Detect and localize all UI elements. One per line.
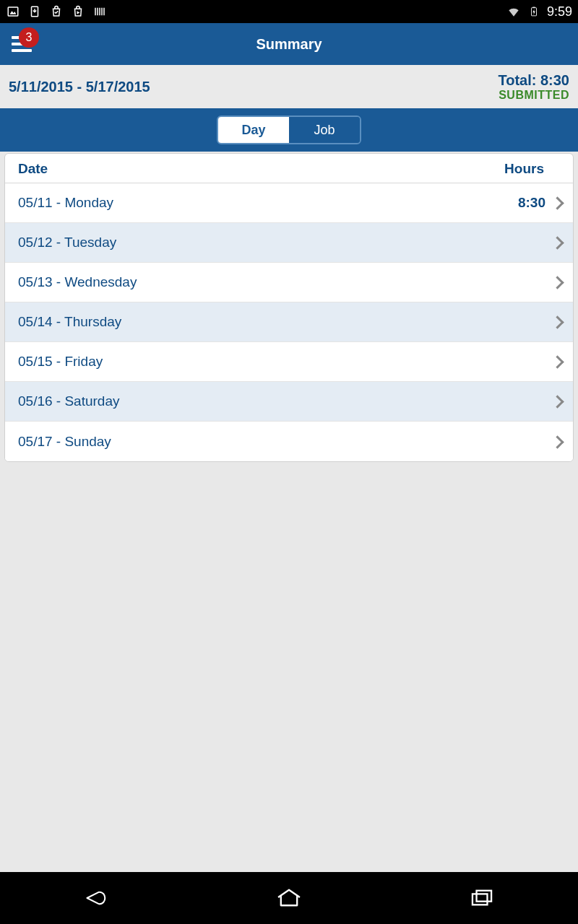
tab-day[interactable]: Day [218, 117, 289, 143]
svg-rect-5 [97, 8, 98, 16]
app-bar: 3 Summary [0, 23, 578, 65]
date-range-label: 5/11/2015 - 5/17/2015 [9, 79, 150, 95]
list-row[interactable]: 05/13 - Wednesday [5, 263, 573, 302]
svg-rect-7 [101, 8, 103, 16]
svg-rect-12 [473, 894, 488, 905]
battery-charging-icon [527, 4, 541, 19]
row-date: 05/17 - Sunday [18, 434, 111, 450]
svg-rect-4 [95, 8, 96, 16]
notification-badge: 3 [19, 27, 39, 48]
shopping-bag-check-icon [49, 4, 64, 19]
android-status-bar: 9:59 [0, 0, 578, 23]
chevron-right-icon [551, 354, 566, 369]
recent-apps-button[interactable] [460, 884, 504, 912]
chevron-right-icon [551, 235, 566, 250]
segmented-control: Day Job [217, 116, 361, 144]
row-date: 05/16 - Saturday [18, 393, 119, 409]
list-row[interactable]: 05/11 - Monday 8:30 [5, 183, 573, 223]
row-date: 05/15 - Friday [18, 354, 103, 370]
submission-status: SUBMITTED [498, 89, 569, 102]
download-icon [27, 4, 42, 19]
svg-rect-13 [476, 891, 491, 902]
svg-marker-3 [77, 11, 80, 14]
row-hours: 8:30 [518, 195, 548, 211]
row-date: 05/13 - Wednesday [18, 274, 137, 290]
back-button[interactable] [74, 884, 118, 912]
chevron-right-icon [551, 196, 566, 210]
list-row[interactable]: 05/16 - Saturday [5, 382, 573, 422]
svg-rect-10 [532, 7, 535, 8]
svg-rect-6 [99, 8, 100, 16]
home-button[interactable] [267, 884, 311, 912]
menu-button[interactable]: 3 [0, 23, 43, 65]
chevron-right-icon [551, 275, 566, 289]
page-title: Summary [256, 36, 322, 53]
android-nav-bar [0, 872, 578, 924]
row-date: 05/11 - Monday [18, 195, 113, 211]
image-icon [6, 4, 20, 19]
list-row[interactable]: 05/17 - Sunday [5, 422, 573, 461]
row-date: 05/12 - Tuesday [18, 235, 116, 250]
wifi-icon [506, 4, 521, 19]
chevron-right-icon [551, 315, 566, 329]
svg-marker-11 [532, 9, 535, 15]
chevron-right-icon [551, 435, 566, 449]
list-row[interactable]: 05/15 - Friday [5, 342, 573, 382]
tab-job[interactable]: Job [289, 117, 360, 143]
view-switcher-bar: Day Job [0, 108, 578, 152]
row-date: 05/14 - Thursday [18, 314, 121, 330]
chevron-right-icon [551, 394, 566, 409]
column-date: Date [18, 161, 48, 177]
svg-rect-8 [103, 8, 105, 16]
summary-subheader: 5/11/2015 - 5/17/2015 Total: 8:30 SUBMIT… [0, 65, 578, 108]
barcode-icon [92, 4, 107, 19]
list-row[interactable]: 05/14 - Thursday [5, 302, 573, 342]
timesheet-list: Date Hours 05/11 - Monday 8:30 05/12 - T… [4, 153, 574, 462]
status-time: 9:59 [547, 4, 572, 19]
play-store-icon [71, 4, 85, 19]
total-hours-label: Total: 8:30 [498, 72, 569, 89]
column-hours: Hours [504, 161, 560, 177]
list-header: Date Hours [5, 154, 573, 183]
list-row[interactable]: 05/12 - Tuesday [5, 223, 573, 263]
svg-marker-1 [10, 11, 17, 14]
svg-rect-0 [8, 7, 18, 16]
